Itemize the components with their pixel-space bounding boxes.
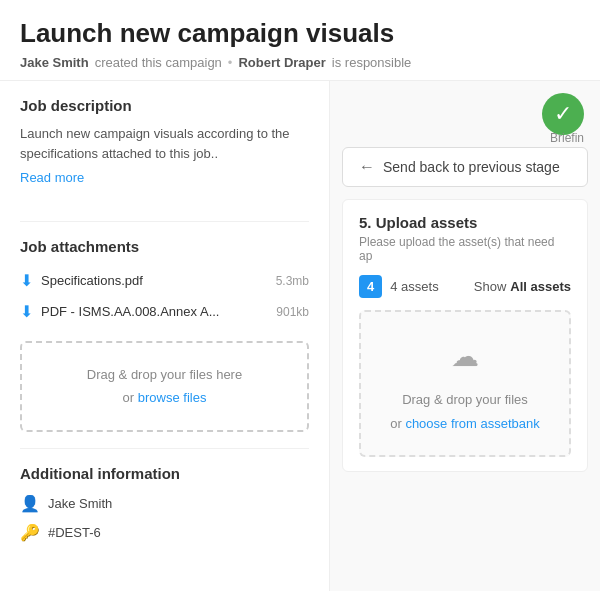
job-attachments-title: Job attachments [20, 238, 309, 255]
download-icon-1[interactable]: ⬇ [20, 271, 33, 290]
responsible-text: is responsible [332, 55, 412, 70]
info-user: 👤 Jake Smith [20, 494, 309, 513]
job-description-title: Job description [20, 97, 309, 114]
file-drop-zone[interactable]: Drag & drop your files here or browse fi… [20, 341, 309, 432]
main-content: Job description Launch new campaign visu… [0, 81, 600, 591]
responsible-name: Robert Draper [238, 55, 325, 70]
show-all-assets-button[interactable]: Show All assets [474, 279, 571, 294]
attachment-name-2: PDF - ISMS.AA.008.Annex A... [41, 304, 268, 319]
attachments-list: ⬇ Specifications.pdf 5.3mb ⬇ PDF - ISMS.… [20, 265, 309, 327]
upload-section-desc: Please upload the asset(s) that need ap [359, 235, 571, 263]
left-panel: Job description Launch new campaign visu… [0, 81, 330, 591]
attachment-item: ⬇ Specifications.pdf 5.3mb [20, 265, 309, 296]
drop-line1: Drag & drop your files here [87, 367, 242, 382]
asset-drop-line1: Drag & drop your files [402, 392, 528, 407]
divider-2 [20, 448, 309, 449]
meta-dot: • [228, 55, 233, 70]
attachment-item-2: ⬇ PDF - ISMS.AA.008.Annex A... 901kb [20, 296, 309, 327]
download-icon-2[interactable]: ⬇ [20, 302, 33, 321]
cloud-upload-icon: ☁ [381, 332, 549, 382]
read-more-link[interactable]: Read more [20, 170, 84, 185]
upload-section: 5. Upload assets Please upload the asset… [342, 199, 588, 472]
right-panel: ✓ Briefin ← Send back to previous stage … [330, 81, 600, 591]
user-icon: 👤 [20, 494, 38, 513]
show-assets-prefix: Show [474, 279, 507, 294]
attachment-size-2: 901kb [276, 305, 309, 319]
send-back-button[interactable]: ← Send back to previous stage [342, 147, 588, 187]
arrow-left-icon: ← [359, 158, 375, 176]
job-description-body: Launch new campaign visuals according to… [20, 124, 309, 163]
show-assets-bold: All assets [510, 279, 571, 294]
upload-section-title: 5. Upload assets [359, 214, 571, 231]
top-bar: Launch new campaign visuals Jake Smith c… [0, 0, 600, 81]
user-name: Jake Smith [48, 496, 112, 511]
tab-count-badge[interactable]: 4 [359, 275, 382, 298]
key-icon: 🔑 [20, 523, 38, 542]
creator-name: Jake Smith [20, 55, 89, 70]
creator-text: created this campaign [95, 55, 222, 70]
page-title: Launch new campaign visuals [20, 18, 580, 49]
attachment-size-1: 5.3mb [276, 274, 309, 288]
briefin-label: Briefin [550, 131, 584, 145]
meta-line: Jake Smith created this campaign • Rober… [20, 55, 580, 70]
drop-line2: or [123, 390, 135, 405]
info-tag: 🔑 #DEST-6 [20, 523, 309, 542]
tag-value: #DEST-6 [48, 525, 101, 540]
right-top-bar: ✓ Briefin [330, 81, 600, 147]
divider-1 [20, 221, 309, 222]
asset-drop-zone[interactable]: ☁ Drag & drop your files or choose from … [359, 310, 571, 457]
tab-assets-label: 4 assets [390, 279, 438, 294]
choose-from-assetbank-link[interactable]: choose from assetbank [405, 416, 539, 431]
assets-tabs: 4 4 assets Show All assets [359, 275, 571, 298]
send-back-label: Send back to previous stage [383, 159, 560, 175]
browse-link[interactable]: browse files [138, 390, 207, 405]
additional-info-title: Additional information [20, 465, 309, 482]
completion-check: ✓ [542, 93, 584, 135]
attachment-name-1: Specifications.pdf [41, 273, 268, 288]
asset-drop-line2: or [390, 416, 402, 431]
